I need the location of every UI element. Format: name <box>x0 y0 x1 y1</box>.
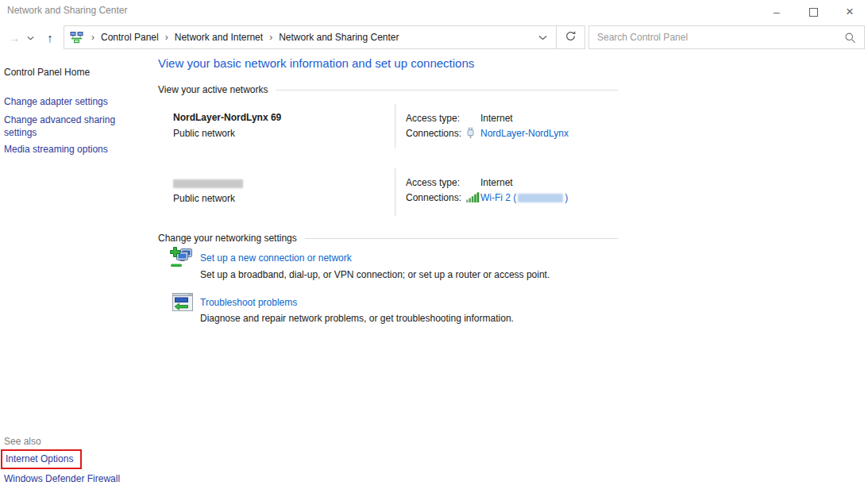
breadcrumb-separator-icon[interactable]: › <box>159 32 175 43</box>
see-also-label: See also <box>4 436 41 447</box>
breadcrumb-network-and-internet[interactable]: Network and Internet <box>175 32 263 43</box>
networking-settings-section-header: Change your networking settings <box>158 233 618 244</box>
internet-options-label: Internet Options <box>6 453 73 464</box>
search-bar <box>588 25 865 49</box>
up-button[interactable]: ↑ <box>40 25 60 49</box>
wifi-link-prefix: Wi-Fi 2 ( <box>480 192 516 203</box>
close-icon: × <box>846 4 854 20</box>
connection-link-wifi[interactable]: Wi-Fi 2 () <box>480 192 568 203</box>
networking-settings-label: Change your networking settings <box>158 233 297 244</box>
maximize-button[interactable] <box>795 0 831 24</box>
section-divider <box>305 238 618 239</box>
close-button[interactable]: × <box>831 0 868 24</box>
sidebar-item-windows-defender-firewall[interactable]: Windows Defender Firewall <box>4 473 120 484</box>
forward-button[interactable]: → <box>5 25 24 49</box>
network-sharing-center-window: Network and Sharing Center – × → ↑ › Con… <box>0 0 868 493</box>
active-networks-label: View your active networks <box>158 84 268 95</box>
connection-link-nordlayer[interactable]: NordLayer-NordLynx <box>480 128 569 139</box>
network-profile: Public network <box>173 128 395 139</box>
sidebar-item-change-advanced-sharing-settings[interactable]: Change advanced sharing settings <box>4 114 123 139</box>
sidebar-item-internet-options[interactable]: Internet Options <box>1 449 82 469</box>
recent-locations-button[interactable] <box>25 25 37 49</box>
redacted-ssid <box>518 194 563 202</box>
search-icon <box>844 32 856 44</box>
vpn-plug-icon <box>466 127 480 139</box>
connections-label: Connections: <box>406 192 466 203</box>
page-title: View your basic network information and … <box>158 56 474 70</box>
setup-new-connection-description: Set up a broadband, dial-up, or VPN conn… <box>200 269 550 280</box>
breadcrumb-separator-icon[interactable]: › <box>263 32 279 43</box>
search-input[interactable] <box>589 32 844 43</box>
address-dropdown-button[interactable] <box>538 32 547 43</box>
refresh-button[interactable] <box>556 25 585 49</box>
sidebar-item-control-panel-home[interactable]: Control Panel Home <box>4 67 90 78</box>
network-profile: Public network <box>173 193 395 204</box>
network-icon[interactable] <box>70 31 83 44</box>
window-controls: – × <box>758 0 868 24</box>
breadcrumb-separator-icon[interactable]: › <box>85 32 101 43</box>
setup-new-connection-link[interactable]: Set up a new connection or network <box>200 252 352 264</box>
sidebar-item-change-adapter-settings[interactable]: Change adapter settings <box>4 96 108 107</box>
network-details: Access type: Internet Connections: NordL… <box>395 104 618 148</box>
sidebar-item-media-streaming-options[interactable]: Media streaming options <box>4 144 108 155</box>
minimize-icon: – <box>773 6 780 18</box>
access-type-value: Internet <box>480 177 513 188</box>
minimize-button[interactable]: – <box>758 0 795 24</box>
section-divider <box>276 90 618 91</box>
up-arrow-icon: ↑ <box>47 31 53 44</box>
window-title: Network and Sharing Center <box>7 5 127 16</box>
network-row-wifi: Public network Access type: Internet Con… <box>158 168 618 216</box>
refresh-icon <box>565 30 577 44</box>
redacted-network-name <box>173 179 243 188</box>
network-identity: Public network <box>158 168 395 216</box>
wifi-link-suffix: ) <box>565 192 568 203</box>
troubleshoot-problems-description: Diagnose and repair network problems, or… <box>200 313 514 324</box>
forward-arrow-icon: → <box>9 31 21 44</box>
chevron-down-icon <box>27 32 34 43</box>
access-type-label: Access type: <box>406 177 480 188</box>
new-connection-icon <box>170 247 194 271</box>
network-row-nordlayer: NordLayer-NordLynx 69 Public network Acc… <box>158 104 618 148</box>
wifi-signal-icon <box>466 192 480 202</box>
chevron-down-icon <box>538 32 547 43</box>
troubleshoot-icon <box>172 293 193 314</box>
network-details: Access type: Internet Connections: Wi-Fi… <box>395 168 618 216</box>
address-bar[interactable]: › Control Panel › Network and Internet ›… <box>64 25 557 49</box>
access-type-label: Access type: <box>406 113 480 124</box>
breadcrumb-network-sharing-center[interactable]: Network and Sharing Center <box>279 32 399 43</box>
network-identity: NordLayer-NordLynx 69 Public network <box>158 104 395 148</box>
maximize-icon <box>809 8 818 17</box>
connections-label: Connections: <box>406 128 466 139</box>
breadcrumb-control-panel[interactable]: Control Panel <box>101 32 159 43</box>
network-name: NordLayer-NordLynx 69 <box>173 112 395 123</box>
troubleshoot-problems-link[interactable]: Troubleshoot problems <box>200 297 297 308</box>
active-networks-section-header: View your active networks <box>158 84 618 95</box>
access-type-value: Internet <box>480 113 513 124</box>
